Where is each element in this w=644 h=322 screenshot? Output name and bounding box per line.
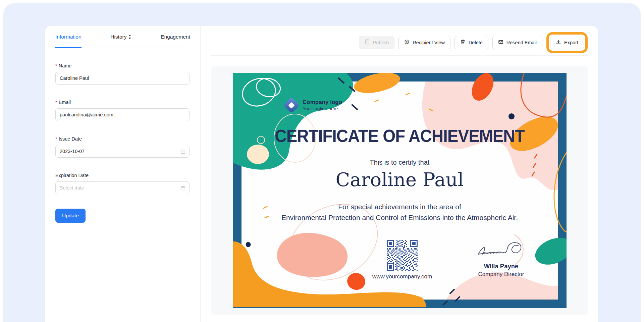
email-input[interactable]: [56, 109, 189, 121]
recipient-view-button[interactable]: Recipient View: [398, 36, 450, 49]
certificate: Company logo Your tagline here CERTIFICA…: [233, 73, 567, 308]
tab-information[interactable]: Information: [55, 26, 82, 48]
publish-button[interactable]: Publish: [359, 36, 395, 49]
trash-icon: [460, 39, 466, 46]
issue-date-field-group: * Issue Date: [55, 136, 190, 158]
certificate-preview-area: Company logo Your tagline here CERTIFICA…: [211, 66, 588, 315]
tab-engagement-label: Engagement: [161, 34, 190, 40]
signer-name: Willa Payne: [468, 263, 535, 270]
eye-icon: [404, 39, 410, 46]
company-logo: Company logo Your tagline here: [286, 99, 342, 112]
tab-history-label: History: [110, 34, 126, 40]
tab-history[interactable]: History: [110, 26, 131, 48]
issue-date-input[interactable]: [56, 145, 189, 157]
expiration-date-label: Expiration Date: [55, 172, 190, 179]
main-card: Information History Engagement * Name: [45, 26, 598, 322]
envelope-icon: [498, 39, 503, 46]
company-website: www.yourcompany.com: [372, 273, 432, 280]
recipient-name: Caroline Paul: [233, 169, 567, 191]
name-input[interactable]: [56, 72, 189, 84]
recipient-form: * Name * Email * Issue Dat: [45, 48, 200, 223]
expiration-date-input[interactable]: [56, 182, 189, 194]
export-button[interactable]: Export: [550, 36, 584, 49]
signer-title: Company Director: [468, 271, 535, 278]
certify-line: This is to certify that: [233, 159, 567, 166]
required-marker: *: [55, 100, 57, 105]
export-highlight-ring: Export: [546, 32, 588, 53]
tab-bar: Information History Engagement: [55, 26, 190, 48]
description-line-1: For special achievements in the area of: [233, 203, 567, 211]
required-marker: *: [55, 136, 57, 142]
expiration-date-field-group: Expiration Date: [55, 172, 190, 194]
company-logo-title: Company logo: [303, 99, 342, 106]
toolbar: Publish Recipient View Delete: [211, 26, 588, 56]
tab-information-label: Information: [55, 34, 82, 40]
qr-block: www.yourcompany.com: [369, 240, 436, 280]
name-label: * Name: [55, 62, 190, 69]
issue-date-label: * Issue Date: [55, 136, 190, 142]
email-label: * Email: [55, 99, 190, 106]
name-input-wrap: [55, 72, 190, 85]
name-field-group: * Name: [55, 62, 190, 85]
company-logo-icon: [283, 97, 300, 113]
download-icon: [556, 39, 561, 46]
delete-button[interactable]: Delete: [454, 36, 488, 49]
email-field-group: * Email: [55, 99, 190, 121]
certificate-title: CERTIFICATE OF ACHIEVEMENT: [233, 126, 567, 145]
email-input-wrap: [55, 108, 190, 121]
tab-engagement[interactable]: Engagement: [161, 26, 190, 48]
description-line-2: Environmental Protection and Control of …: [233, 214, 567, 222]
resend-email-button[interactable]: Resend Email: [492, 36, 542, 49]
company-logo-tagline: Your tagline here: [303, 106, 342, 112]
preview-panel: Publish Recipient View Delete: [200, 26, 598, 322]
expiration-date-input-wrap: [55, 181, 190, 194]
sort-arrows-icon: [128, 35, 131, 39]
qr-code: [387, 240, 418, 271]
details-panel: Information History Engagement * Name: [45, 26, 201, 322]
signature: [478, 240, 525, 260]
issue-date-input-wrap: [55, 145, 190, 158]
signature-block: Willa Payne Company Director: [468, 240, 535, 278]
update-button[interactable]: Update: [55, 209, 86, 223]
required-marker: *: [55, 63, 57, 68]
publish-icon: [365, 39, 370, 46]
